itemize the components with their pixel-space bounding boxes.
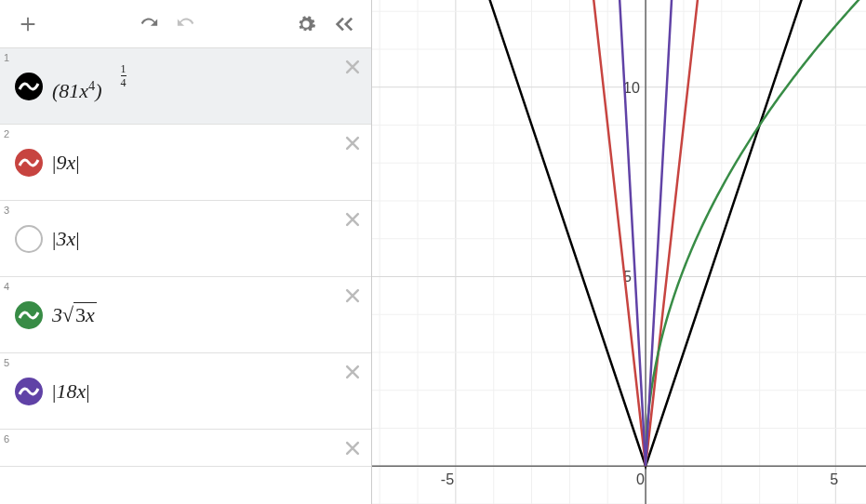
expression-color-icon[interactable] — [15, 225, 43, 253]
collapse-sidebar-button[interactable] — [325, 6, 362, 43]
expression-index: 4 — [4, 281, 9, 292]
expression-formula[interactable]: |18x| — [52, 379, 90, 404]
expression-color-icon[interactable] — [15, 301, 43, 329]
delete-expression-button[interactable] — [343, 134, 362, 156]
undo-button[interactable] — [130, 6, 167, 43]
expression-color-icon[interactable] — [15, 378, 43, 405]
expression-formula[interactable]: |9x| — [52, 151, 80, 175]
delete-expression-button[interactable] — [343, 58, 362, 80]
toolbar — [0, 0, 371, 48]
expression-formula[interactable]: 3√3x — [52, 303, 97, 327]
expression-index: 5 — [4, 357, 9, 368]
svg-text:5: 5 — [830, 471, 838, 487]
svg-text:-5: -5 — [441, 471, 454, 487]
expression-index: 1 — [4, 52, 9, 63]
expression-row-5[interactable]: 5|18x| — [0, 353, 371, 430]
svg-text:0: 0 — [636, 471, 645, 487]
delete-expression-button[interactable] — [343, 286, 362, 309]
expression-index: 2 — [4, 128, 9, 139]
expression-formula[interactable]: |3x| — [52, 227, 80, 251]
redo-button[interactable] — [167, 6, 205, 43]
expression-row-3[interactable]: 3|3x| — [0, 201, 371, 277]
delete-expression-button[interactable] — [343, 210, 362, 232]
expression-formula[interactable]: (81x4) 14 — [52, 69, 127, 103]
expression-color-icon[interactable] — [15, 73, 43, 100]
delete-expression-button[interactable] — [343, 363, 362, 385]
graph-canvas[interactable]: -505510 — [372, 0, 866, 504]
expression-index: 6 — [4, 433, 9, 444]
expression-row-1[interactable]: 1 (81x4) 14 — [0, 48, 371, 125]
expression-row-4[interactable]: 43√3x — [0, 277, 371, 353]
expression-color-icon[interactable] — [15, 149, 43, 177]
expression-sidebar: 1 (81x4) 14 2|9x|3|3x|43√3x5|18x|6 — [0, 0, 372, 504]
settings-button[interactable] — [287, 6, 325, 43]
expression-row-6[interactable]: 6 — [0, 430, 371, 467]
add-expression-button[interactable] — [9, 6, 47, 43]
expression-list: 1 (81x4) 14 2|9x|3|3x|43√3x5|18x|6 — [0, 48, 371, 504]
expression-row-2[interactable]: 2|9x| — [0, 125, 371, 201]
delete-expression-button[interactable] — [343, 439, 362, 461]
svg-point-2 — [16, 226, 42, 252]
expression-index: 3 — [4, 205, 9, 216]
